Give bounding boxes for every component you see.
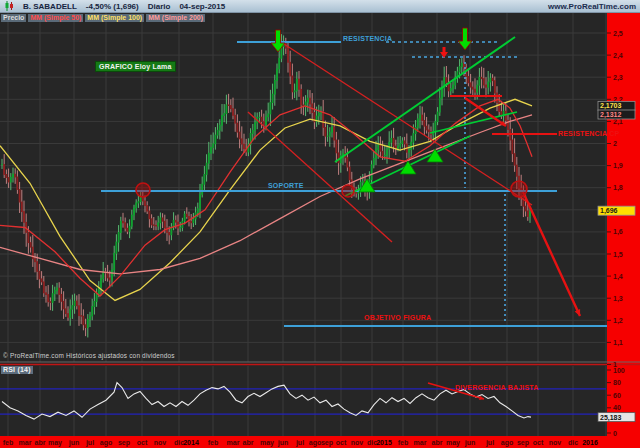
month-axis-label: abr: [243, 439, 254, 446]
candle-body: [179, 227, 181, 228]
candle-body: [155, 225, 157, 226]
candle-body: [525, 206, 527, 212]
candle-body: [490, 78, 492, 83]
candle-body: [63, 301, 65, 309]
candle-body: [10, 177, 12, 183]
candle-body: [193, 218, 195, 223]
price-axis-label: 1,4: [613, 273, 623, 281]
candle-body: [382, 151, 384, 156]
candle-body: [133, 207, 135, 215]
candle-body: [122, 221, 124, 223]
candle-body: [505, 111, 507, 121]
timeframe-label[interactable]: Diario: [148, 2, 171, 11]
annotation-soporte: SOPORTE: [268, 182, 304, 189]
annotation-resistencia-cp: RESISTENCIA CP: [558, 130, 619, 137]
annotation-objetivo-figura: OBJETIVO FIGURA: [364, 314, 431, 321]
candle-body: [446, 77, 448, 83]
candle-body: [19, 189, 21, 203]
month-axis-label: may: [48, 439, 62, 447]
candle-body: [474, 89, 476, 93]
rsi-axis-label: 100: [613, 367, 625, 374]
candle-body: [6, 174, 8, 178]
candle-body: [230, 105, 232, 109]
candle-body: [217, 130, 219, 136]
candle-body: [265, 116, 267, 124]
rsi-value-text: 25,183: [600, 414, 622, 422]
candle-body: [28, 232, 30, 243]
month-axis-label: nov: [154, 439, 167, 446]
candle-body: [287, 48, 289, 63]
month-axis-label: sep: [321, 439, 333, 447]
month-axis-label: sep: [517, 439, 529, 447]
candle-body: [74, 301, 76, 306]
rsi-axis-label: 0: [613, 430, 617, 437]
month-axis-label: may: [260, 439, 274, 447]
candle-body: [391, 138, 393, 143]
candle-body: [384, 155, 386, 156]
candle-body: [228, 104, 230, 105]
price-axis-label: 1,6: [613, 228, 623, 236]
candle-body: [362, 181, 364, 183]
month-axis-label: feb: [3, 439, 14, 446]
candle-body: [164, 221, 166, 229]
month-axis-label: may: [446, 439, 460, 447]
candle-body: [21, 202, 23, 212]
candle-body: [322, 111, 324, 127]
month-axis-label: jun: [464, 439, 476, 447]
candle-body: [274, 80, 276, 95]
candle-body: [496, 93, 498, 103]
price-axis-label: 1,3: [613, 295, 623, 303]
candle-body: [252, 130, 254, 134]
candle-body: [201, 184, 203, 195]
prorealtime-window: 2,52,42,32,22,121,91,81,61,51,41,31,21,1…: [0, 0, 640, 448]
prorealtime-link[interactable]: www.ProRealTime.com: [548, 2, 636, 11]
candle-body: [8, 177, 10, 182]
candle-body: [470, 82, 472, 87]
candle-body: [421, 115, 423, 121]
candle-body: [58, 288, 60, 295]
candle-body: [111, 269, 113, 280]
candle-body: [100, 278, 102, 287]
candle-body: [377, 144, 379, 150]
candle-body: [212, 143, 214, 147]
candle-body: [168, 232, 170, 235]
candle-body: [91, 306, 93, 316]
month-axis-label: mar: [19, 439, 32, 446]
candle-body: [349, 167, 351, 181]
candle-body: [419, 115, 421, 120]
legend-precio[interactable]: Precio: [1, 14, 26, 22]
candle-body: [3, 164, 5, 175]
month-axis-label: jun: [277, 439, 289, 447]
price-axis-label: 1,8: [613, 184, 623, 192]
candle-body: [138, 201, 140, 203]
annotation-resistencia: RESISTENCIA: [343, 35, 392, 42]
candle-body: [459, 66, 461, 72]
candle-body: [149, 211, 151, 220]
legend-mm100[interactable]: MM (Simple 100): [85, 14, 144, 22]
year-axis-label: 2014: [183, 439, 199, 446]
rsi-indicator-label[interactable]: RSI (14): [1, 366, 33, 374]
month-axis-label: mar: [414, 439, 427, 446]
candle-body: [498, 102, 500, 112]
candle-body: [452, 85, 454, 89]
candle-body: [424, 120, 426, 127]
month-axis-label: abr: [35, 439, 46, 446]
candle-body: [267, 113, 269, 117]
candle-body: [47, 294, 49, 302]
candle-body: [485, 85, 487, 88]
candlestick-icon: [4, 1, 14, 11]
price-axis-label: 1,1: [613, 339, 623, 347]
month-axis-label: jul: [485, 439, 494, 447]
candle-body: [494, 80, 496, 93]
legend-mm50[interactable]: MM (Simple 50): [28, 14, 83, 22]
candle-body: [56, 288, 58, 291]
legend-mm200[interactable]: MM (Simple 200): [146, 14, 205, 22]
month-axis-label: ago: [100, 439, 112, 447]
candle-body: [492, 78, 494, 81]
candle-body: [215, 135, 217, 145]
month-axis-label: dic: [568, 439, 578, 446]
price-axis-band: [607, 13, 640, 448]
candle-body: [408, 149, 410, 153]
candle-body: [338, 152, 340, 163]
candle-body: [186, 214, 188, 217]
